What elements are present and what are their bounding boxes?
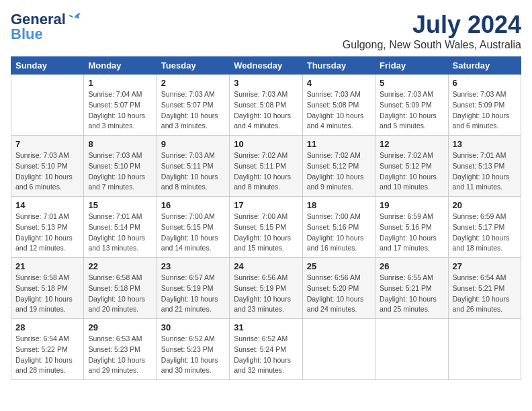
day-number: 23 xyxy=(161,261,225,271)
daylight-text: Daylight: 10 hours and 30 minutes. xyxy=(161,355,225,377)
sunrise-text: Sunrise: 7:03 AM xyxy=(307,89,371,100)
day-number: 22 xyxy=(88,261,152,271)
daylight-text: Daylight: 10 hours and 11 minutes. xyxy=(453,172,517,193)
calendar-day-14: 14Sunrise: 7:01 AMSunset: 5:13 PMDayligh… xyxy=(11,197,84,258)
calendar-day-13: 13Sunrise: 7:01 AMSunset: 5:13 PMDayligh… xyxy=(448,136,521,197)
calendar-day-10: 10Sunrise: 7:02 AMSunset: 5:11 PMDayligh… xyxy=(230,136,302,197)
calendar-day-27: 27Sunrise: 6:54 AMSunset: 5:21 PMDayligh… xyxy=(448,258,521,319)
daylight-text: Daylight: 10 hours and 15 minutes. xyxy=(234,233,298,255)
calendar-table: SundayMondayTuesdayWednesdayThursdayFrid… xyxy=(11,56,521,380)
sunrise-text: Sunrise: 6:56 AM xyxy=(234,273,298,283)
sunset-text: Sunset: 5:19 PM xyxy=(161,283,225,294)
sunrise-text: Sunrise: 6:58 AM xyxy=(88,273,152,283)
page-container: General Blue July 2024 Gulgong, New Sout… xyxy=(11,11,521,380)
location: Gulgong, New South Wales, Australia xyxy=(343,39,521,51)
day-info: Sunrise: 7:03 AMSunset: 5:09 PMDaylight:… xyxy=(453,89,517,132)
sunset-text: Sunset: 5:07 PM xyxy=(161,100,225,111)
day-info: Sunrise: 7:02 AMSunset: 5:11 PMDaylight:… xyxy=(234,150,298,193)
day-info: Sunrise: 6:52 AMSunset: 5:23 PMDaylight:… xyxy=(161,334,225,376)
weekday-header-friday: Friday xyxy=(375,57,448,75)
sunrise-text: Sunrise: 7:02 AM xyxy=(307,150,371,161)
calendar-day-12: 12Sunrise: 7:02 AMSunset: 5:12 PMDayligh… xyxy=(375,136,448,197)
day-number: 27 xyxy=(453,261,517,271)
sunset-text: Sunset: 5:18 PM xyxy=(88,283,152,294)
day-number: 15 xyxy=(88,200,152,210)
sunset-text: Sunset: 5:17 PM xyxy=(453,222,517,233)
day-number: 20 xyxy=(453,200,517,210)
calendar-day-18: 18Sunrise: 7:00 AMSunset: 5:16 PMDayligh… xyxy=(302,197,375,258)
day-number: 18 xyxy=(307,200,371,210)
sunset-text: Sunset: 5:22 PM xyxy=(15,345,79,355)
day-info: Sunrise: 7:02 AMSunset: 5:12 PMDaylight:… xyxy=(380,150,443,193)
daylight-text: Daylight: 10 hours and 17 minutes. xyxy=(380,233,443,255)
sunrise-text: Sunrise: 6:57 AM xyxy=(161,273,225,283)
day-number: 13 xyxy=(453,139,517,149)
day-info: Sunrise: 6:56 AMSunset: 5:20 PMDaylight:… xyxy=(307,273,371,315)
day-info: Sunrise: 7:03 AMSunset: 5:10 PMDaylight:… xyxy=(15,150,79,193)
day-number: 11 xyxy=(307,139,371,149)
sunset-text: Sunset: 5:23 PM xyxy=(161,345,225,355)
empty-cell xyxy=(302,319,375,380)
calendar-day-2: 2Sunrise: 7:03 AMSunset: 5:07 PMDaylight… xyxy=(157,75,229,136)
month-title: July 2024 xyxy=(343,11,521,39)
day-number: 4 xyxy=(307,78,371,88)
day-number: 1 xyxy=(88,78,152,88)
day-info: Sunrise: 7:00 AMSunset: 5:16 PMDaylight:… xyxy=(307,212,371,254)
sunset-text: Sunset: 5:12 PM xyxy=(307,161,371,172)
calendar-day-29: 29Sunrise: 6:53 AMSunset: 5:23 PMDayligh… xyxy=(84,319,157,380)
daylight-text: Daylight: 10 hours and 32 minutes. xyxy=(234,355,298,377)
calendar-day-11: 11Sunrise: 7:02 AMSunset: 5:12 PMDayligh… xyxy=(302,136,375,197)
daylight-text: Daylight: 10 hours and 28 minutes. xyxy=(15,355,79,377)
daylight-text: Daylight: 10 hours and 23 minutes. xyxy=(234,294,298,316)
calendar-day-9: 9Sunrise: 7:03 AMSunset: 5:11 PMDaylight… xyxy=(157,136,229,197)
daylight-text: Daylight: 10 hours and 10 minutes. xyxy=(380,172,443,193)
sunrise-text: Sunrise: 7:03 AM xyxy=(88,150,152,161)
day-number: 14 xyxy=(15,200,79,210)
sunset-text: Sunset: 5:19 PM xyxy=(234,283,298,294)
day-number: 12 xyxy=(380,139,443,149)
sunrise-text: Sunrise: 7:02 AM xyxy=(380,150,443,161)
day-number: 10 xyxy=(234,139,298,149)
empty-cell xyxy=(375,319,448,380)
sunrise-text: Sunrise: 6:56 AM xyxy=(307,273,371,283)
weekday-header-saturday: Saturday xyxy=(448,57,521,75)
calendar-day-7: 7Sunrise: 7:03 AMSunset: 5:10 PMDaylight… xyxy=(11,136,84,197)
sunrise-text: Sunrise: 6:52 AM xyxy=(234,334,298,345)
sunset-text: Sunset: 5:16 PM xyxy=(380,222,443,233)
daylight-text: Daylight: 10 hours and 26 minutes. xyxy=(453,294,517,316)
sunrise-text: Sunrise: 7:03 AM xyxy=(161,150,225,161)
day-number: 25 xyxy=(307,261,371,271)
calendar-week-1: 1Sunrise: 7:04 AMSunset: 5:07 PMDaylight… xyxy=(11,75,521,136)
day-number: 2 xyxy=(161,78,225,88)
day-number: 7 xyxy=(15,139,79,149)
empty-cell xyxy=(448,319,521,380)
sunset-text: Sunset: 5:24 PM xyxy=(234,345,298,355)
day-info: Sunrise: 7:03 AMSunset: 5:08 PMDaylight:… xyxy=(307,89,371,132)
sunrise-text: Sunrise: 6:54 AM xyxy=(15,334,79,345)
title-area: July 2024 Gulgong, New South Wales, Aust… xyxy=(343,11,521,51)
calendar-day-8: 8Sunrise: 7:03 AMSunset: 5:10 PMDaylight… xyxy=(84,136,157,197)
daylight-text: Daylight: 10 hours and 3 minutes. xyxy=(161,111,225,132)
sunrise-text: Sunrise: 7:03 AM xyxy=(161,89,225,100)
sunrise-text: Sunrise: 7:00 AM xyxy=(234,212,298,222)
daylight-text: Daylight: 10 hours and 8 minutes. xyxy=(161,172,225,193)
day-info: Sunrise: 6:53 AMSunset: 5:23 PMDaylight:… xyxy=(88,334,152,376)
sunset-text: Sunset: 5:13 PM xyxy=(15,222,79,233)
daylight-text: Daylight: 10 hours and 18 minutes. xyxy=(453,233,517,255)
daylight-text: Daylight: 10 hours and 13 minutes. xyxy=(88,233,152,255)
day-number: 19 xyxy=(380,200,443,210)
calendar-week-4: 21Sunrise: 6:58 AMSunset: 5:18 PMDayligh… xyxy=(11,258,521,319)
sunset-text: Sunset: 5:23 PM xyxy=(88,345,152,355)
calendar-day-30: 30Sunrise: 6:52 AMSunset: 5:23 PMDayligh… xyxy=(157,319,229,380)
calendar-day-22: 22Sunrise: 6:58 AMSunset: 5:18 PMDayligh… xyxy=(84,258,157,319)
day-info: Sunrise: 7:02 AMSunset: 5:12 PMDaylight:… xyxy=(307,150,371,193)
daylight-text: Daylight: 10 hours and 21 minutes. xyxy=(161,294,225,316)
day-info: Sunrise: 7:00 AMSunset: 5:15 PMDaylight:… xyxy=(161,212,225,254)
daylight-text: Daylight: 10 hours and 19 minutes. xyxy=(15,294,79,316)
sunset-text: Sunset: 5:11 PM xyxy=(161,161,225,172)
sunset-text: Sunset: 5:15 PM xyxy=(234,222,298,233)
calendar-day-25: 25Sunrise: 6:56 AMSunset: 5:20 PMDayligh… xyxy=(302,258,375,319)
sunrise-text: Sunrise: 7:00 AM xyxy=(161,212,225,222)
day-number: 30 xyxy=(161,322,225,332)
sunrise-text: Sunrise: 6:53 AM xyxy=(88,334,152,345)
